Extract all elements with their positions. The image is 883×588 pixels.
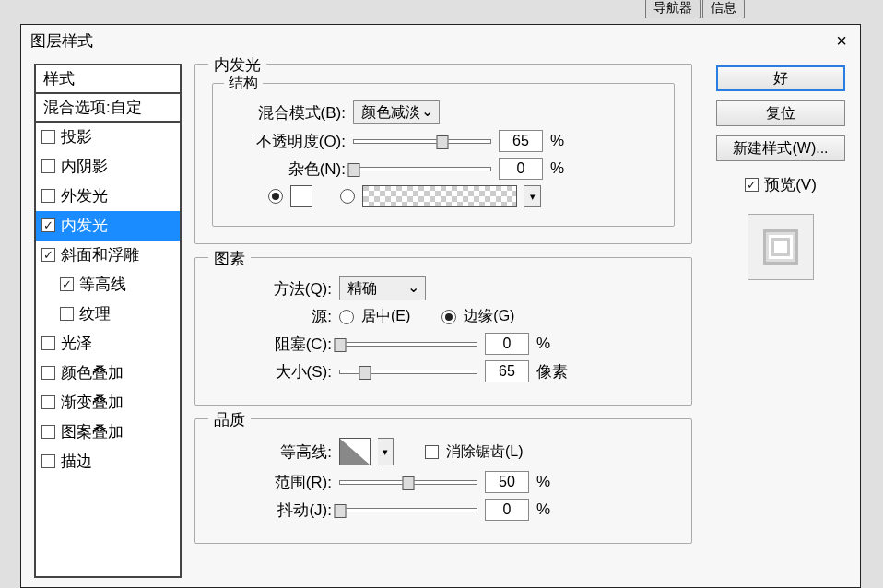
style-item-3[interactable]: 内发光: [36, 211, 180, 241]
bg-tab-navigator[interactable]: 导航器: [645, 0, 701, 18]
dialog-title: 图层样式: [30, 30, 93, 52]
styles-header[interactable]: 样式: [36, 65, 180, 94]
source-center-label: 居中(E): [361, 307, 410, 326]
structure-legend: 结构: [224, 74, 263, 93]
style-checkbox[interactable]: [41, 248, 55, 262]
opacity-unit: %: [550, 132, 564, 150]
style-item-label: 纹理: [79, 303, 111, 324]
source-label: 源:: [212, 306, 332, 327]
size-input[interactable]: [485, 360, 529, 382]
range-slider[interactable]: [339, 480, 477, 485]
quality-legend: 品质: [208, 409, 251, 430]
quality-group: 品质 等高线: ▾ 消除锯齿(L) 范围(R): %: [194, 418, 692, 544]
inner-glow-legend: 内发光: [208, 54, 266, 76]
style-item-label: 光泽: [61, 333, 92, 354]
range-input[interactable]: [485, 471, 529, 493]
style-item-label: 图案叠加: [61, 421, 124, 442]
blend-mode-select[interactable]: 颜色减淡: [353, 100, 440, 124]
range-label: 范围(R):: [212, 472, 332, 493]
opacity-label: 不透明度(O):: [226, 131, 346, 152]
contour-swatch[interactable]: [339, 438, 371, 465]
new-style-button[interactable]: 新建样式(W)...: [716, 135, 845, 161]
jitter-unit: %: [536, 500, 550, 519]
antialias-checkbox[interactable]: [425, 445, 439, 459]
style-checkbox[interactable]: [41, 159, 55, 173]
style-checkbox[interactable]: [41, 425, 55, 439]
blending-options-item[interactable]: 混合选项:自定: [36, 94, 180, 123]
source-center-radio[interactable]: [339, 310, 354, 324]
contour-label: 等高线:: [212, 441, 332, 463]
style-checkbox[interactable]: [41, 366, 55, 380]
ok-button[interactable]: 好: [716, 65, 845, 91]
style-checkbox[interactable]: [41, 218, 55, 232]
style-item-label: 内阴影: [61, 156, 108, 177]
style-item-label: 描边: [61, 451, 92, 472]
inner-glow-panel: 内发光 结构 混合模式(B): 颜色减淡 不透明度(O): %: [194, 64, 692, 244]
contour-picker-caret[interactable]: ▾: [378, 438, 394, 465]
technique-select[interactable]: 精确: [339, 276, 426, 300]
style-checkbox[interactable]: [41, 189, 55, 203]
jitter-slider[interactable]: [339, 508, 477, 512]
styles-list: 样式 混合选项:自定 投影内阴影外发光内发光斜面和浮雕等高线纹理光泽颜色叠加渐变…: [34, 64, 182, 578]
style-item-5[interactable]: 等高线: [36, 270, 180, 300]
antialias-label: 消除锯齿(L): [446, 442, 524, 462]
noise-unit: %: [550, 159, 564, 178]
style-item-6[interactable]: 纹理: [36, 300, 180, 329]
choke-slider[interactable]: [339, 342, 477, 347]
style-item-label: 内发光: [61, 215, 108, 236]
elements-group: 图素 方法(Q): 精确 源: 居中(E) 边缘(G) 阻塞(C):: [194, 257, 692, 406]
jitter-input[interactable]: [485, 499, 529, 521]
style-item-1[interactable]: 内阴影: [36, 152, 180, 182]
style-item-11[interactable]: 描边: [36, 447, 180, 476]
cancel-button[interactable]: 复位: [716, 100, 845, 126]
range-unit: %: [536, 473, 550, 491]
style-item-9[interactable]: 渐变叠加: [36, 388, 180, 417]
style-item-label: 等高线: [79, 274, 126, 295]
choke-input[interactable]: [485, 333, 529, 355]
style-checkbox[interactable]: [41, 454, 55, 468]
layer-style-dialog: 图层样式 × 样式 混合选项:自定 投影内阴影外发光内发光斜面和浮雕等高线纹理光…: [20, 24, 861, 588]
style-checkbox[interactable]: [60, 307, 74, 321]
close-icon[interactable]: ×: [832, 30, 851, 52]
elements-legend: 图素: [208, 248, 251, 269]
opacity-slider[interactable]: [353, 139, 491, 144]
style-item-7[interactable]: 光泽: [36, 329, 180, 359]
size-slider[interactable]: [339, 370, 477, 374]
style-item-2[interactable]: 外发光: [36, 182, 180, 211]
gradient-picker-caret[interactable]: ▾: [524, 185, 541, 207]
style-item-4[interactable]: 斜面和浮雕: [36, 241, 180, 270]
style-checkbox[interactable]: [41, 130, 55, 144]
style-item-label: 斜面和浮雕: [61, 244, 139, 265]
style-item-0[interactable]: 投影: [36, 123, 180, 152]
style-item-8[interactable]: 颜色叠加: [36, 359, 180, 388]
style-checkbox[interactable]: [41, 336, 55, 350]
style-item-label: 外发光: [61, 185, 108, 206]
choke-unit: %: [536, 335, 550, 353]
bg-tab-info[interactable]: 信息: [702, 0, 745, 18]
structure-group: 结构 混合模式(B): 颜色减淡 不透明度(O): %: [212, 83, 675, 227]
style-checkbox[interactable]: [60, 277, 74, 291]
color-radio[interactable]: [268, 189, 283, 204]
gradient-radio[interactable]: [340, 189, 355, 204]
gradient-swatch[interactable]: [362, 185, 517, 207]
preview-checkbox[interactable]: [745, 178, 759, 192]
preview-thumbnail: [748, 214, 814, 280]
style-item-label: 渐变叠加: [61, 392, 124, 413]
size-unit: 像素: [536, 361, 568, 382]
noise-slider[interactable]: [353, 167, 491, 171]
noise-input[interactable]: [499, 158, 543, 180]
opacity-input[interactable]: [499, 130, 543, 152]
blend-mode-label: 混合模式(B):: [226, 102, 346, 123]
source-edge-radio[interactable]: [442, 310, 456, 324]
style-item-label: 投影: [61, 126, 92, 147]
size-label: 大小(S):: [212, 361, 332, 382]
dialog-titlebar: 图层样式 ×: [21, 25, 860, 56]
style-item-10[interactable]: 图案叠加: [36, 417, 180, 447]
source-edge-label: 边缘(G): [464, 307, 514, 326]
jitter-label: 抖动(J):: [212, 500, 332, 521]
noise-label: 杂色(N):: [226, 159, 346, 180]
color-swatch[interactable]: [290, 185, 312, 207]
style-checkbox[interactable]: [41, 395, 55, 409]
preview-inner-icon: [763, 229, 798, 265]
style-item-label: 颜色叠加: [61, 362, 124, 383]
